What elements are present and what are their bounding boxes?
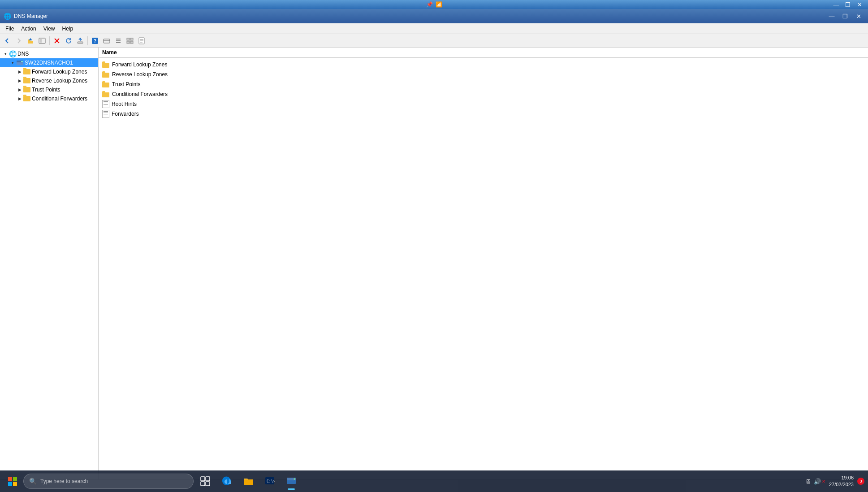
content-item-root-hints[interactable]: Root Hints <box>99 99 868 109</box>
network-icon[interactable]: 🖥 <box>805 478 811 485</box>
svg-point-38 <box>294 479 295 480</box>
svg-rect-32 <box>201 482 205 486</box>
rdp-pin-icon: 📌 <box>426 1 433 8</box>
menu-file[interactable]: File <box>2 23 17 34</box>
help-button[interactable]: ? <box>90 35 100 46</box>
tree-forward-lookup[interactable]: ▶ Forward Lookup Zones <box>0 67 98 76</box>
detail-button[interactable] <box>125 35 135 46</box>
svg-rect-33 <box>206 482 210 486</box>
app-icon: 🌐 <box>4 13 11 20</box>
note-button[interactable] <box>136 35 147 46</box>
taskbar-system-icons: 🖥 🔊 ✕ <box>805 478 825 485</box>
close-button[interactable]: ✕ <box>853 12 864 21</box>
notification-count[interactable]: 3 <box>857 478 864 485</box>
show-scope-button[interactable] <box>37 35 48 46</box>
folder-icon-reverse <box>102 71 110 78</box>
back-button[interactable] <box>2 35 13 46</box>
forward-button[interactable] <box>13 35 24 46</box>
taskbar-file-explorer[interactable] <box>238 471 258 491</box>
content-item-trust[interactable]: Trust Points <box>99 79 868 89</box>
content-column-header: Name <box>99 48 868 58</box>
window-title: DNS Manager <box>14 13 48 19</box>
tree-conditional-label: Conditional Forwarders <box>32 96 87 102</box>
tree-expand-server[interactable]: ▾ <box>9 59 16 66</box>
folder-icon-conditional <box>102 91 110 97</box>
content-item-forwarders[interactable]: Forwarders <box>99 109 868 119</box>
folder-conditional-icon <box>23 95 30 102</box>
up-button[interactable] <box>25 35 36 46</box>
tree-expand-trust[interactable]: ▶ <box>16 86 23 93</box>
content-item-conditional[interactable]: Conditional Forwarders <box>99 89 868 99</box>
content-item-forward[interactable]: Forward Lookup Zones <box>99 60 868 70</box>
list-button[interactable] <box>113 35 124 46</box>
svg-rect-31 <box>206 477 210 481</box>
delete-button[interactable] <box>52 35 62 46</box>
svg-text:?: ? <box>94 39 96 44</box>
content-label-conditional: Conditional Forwarders <box>112 91 168 97</box>
tree-server[interactable]: ▾ SW22DNSNACHO1 <box>0 58 98 67</box>
start-button[interactable] <box>4 472 22 490</box>
tree-server-label: SW22DNSNACHO1 <box>25 60 73 66</box>
rdp-close-btn[interactable]: ✕ <box>855 1 864 8</box>
doc-icon-root-hints <box>102 100 109 108</box>
taskbar-task-view[interactable] <box>195 471 215 491</box>
menu-view[interactable]: View <box>40 23 59 34</box>
time-display: 19:06 <box>829 475 854 481</box>
taskbar-dns-manager[interactable] <box>281 471 301 491</box>
svg-rect-9 <box>104 39 110 43</box>
tree-trust-label: Trust Points <box>32 87 60 93</box>
tree-reverse-label: Reverse Lookup Zones <box>32 78 87 84</box>
restore-button[interactable]: ❐ <box>839 12 851 21</box>
minimize-button[interactable]: — <box>826 12 838 21</box>
tree-expand-forward[interactable]: ▶ <box>16 68 23 75</box>
tree-panel: ▾ 🌐 DNS ▾ SW22DNSNACHO1 ▶ Forward <box>0 48 99 479</box>
tree-conditional-forwarders[interactable]: ▶ Conditional Forwarders <box>0 94 98 103</box>
tree-expand-dns[interactable]: ▾ <box>2 50 9 57</box>
taskbar-terminal[interactable]: C:\>_ <box>260 471 280 491</box>
tree-forward-label: Forward Lookup Zones <box>32 69 87 75</box>
svg-point-25 <box>22 61 23 62</box>
svg-rect-6 <box>78 42 83 44</box>
mmc-button[interactable] <box>101 35 112 46</box>
tree-trust-points[interactable]: ▶ Trust Points <box>0 85 98 94</box>
svg-text:C:\>_: C:\>_ <box>267 479 275 483</box>
taskbar: 🔍 Type here to search C:\>_ <box>0 470 868 492</box>
tree-dns-label: DNS <box>17 51 29 57</box>
content-item-reverse[interactable]: Reverse Lookup Zones <box>99 70 868 79</box>
folder-icon-forward <box>102 61 110 68</box>
tree-expand-conditional[interactable]: ▶ <box>16 95 23 102</box>
svg-rect-29 <box>13 482 17 486</box>
export-button[interactable] <box>75 35 86 46</box>
svg-point-24 <box>21 61 22 62</box>
search-placeholder: Type here to search <box>40 478 88 484</box>
taskbar-edge[interactable] <box>217 471 237 491</box>
dns-root-icon: 🌐 <box>9 50 16 57</box>
content-label-forwarders: Forwarders <box>112 111 139 117</box>
folder-icon-trust <box>102 81 110 87</box>
taskbar-clock[interactable]: 19:06 27/02/2023 <box>829 475 854 488</box>
content-panel: Name Forward Lookup Zones Reverse Lookup… <box>99 48 868 479</box>
svg-rect-16 <box>127 41 130 44</box>
refresh-button[interactable] <box>63 35 74 46</box>
svg-rect-30 <box>201 477 205 481</box>
rdp-restore-btn[interactable]: ❐ <box>843 1 853 8</box>
rdp-signal-icon: 📶 <box>436 1 442 8</box>
date-display: 27/02/2023 <box>829 481 854 488</box>
sound-icon[interactable]: 🔊 <box>814 478 821 485</box>
server-icon <box>16 59 23 66</box>
menu-action[interactable]: Action <box>17 23 39 34</box>
doc-icon-forwarders <box>102 110 109 118</box>
svg-rect-3 <box>40 39 42 43</box>
content-label-root-hints: Root Hints <box>112 101 137 107</box>
svg-rect-14 <box>127 38 130 40</box>
menu-help[interactable]: Help <box>59 23 77 34</box>
rdp-minimize-btn[interactable]: — <box>831 1 841 8</box>
tree-reverse-lookup[interactable]: ▶ Reverse Lookup Zones <box>0 76 98 85</box>
no-network-icon: ✕ <box>822 479 825 484</box>
tree-expand-reverse[interactable]: ▶ <box>16 77 23 84</box>
tree-root-dns[interactable]: ▾ 🌐 DNS <box>0 49 98 58</box>
content-label-trust: Trust Points <box>112 81 141 87</box>
search-box[interactable]: 🔍 Type here to search <box>23 474 194 489</box>
folder-forward-icon <box>23 68 30 75</box>
content-list: Forward Lookup Zones Reverse Lookup Zone… <box>99 58 868 121</box>
